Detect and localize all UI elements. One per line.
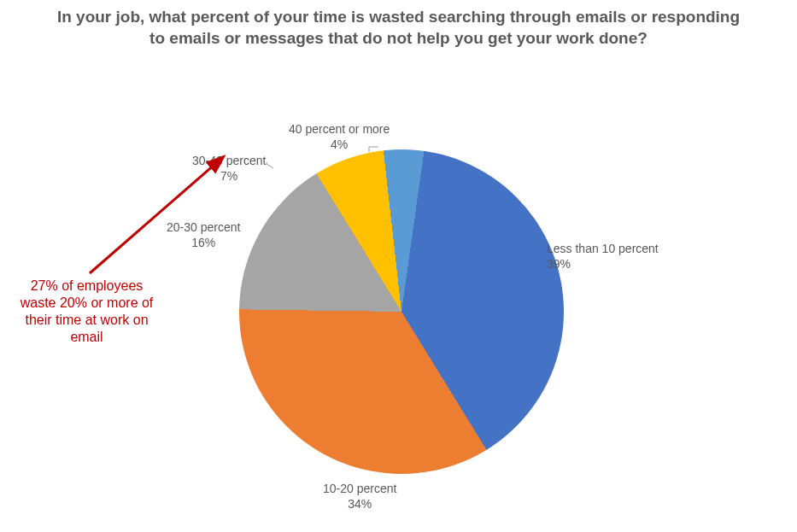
annotation-arrow-icon: [73, 145, 261, 290]
svg-line-1: [90, 158, 222, 273]
annotation-text: 27% of employees waste 20% or more of th…: [12, 278, 161, 346]
